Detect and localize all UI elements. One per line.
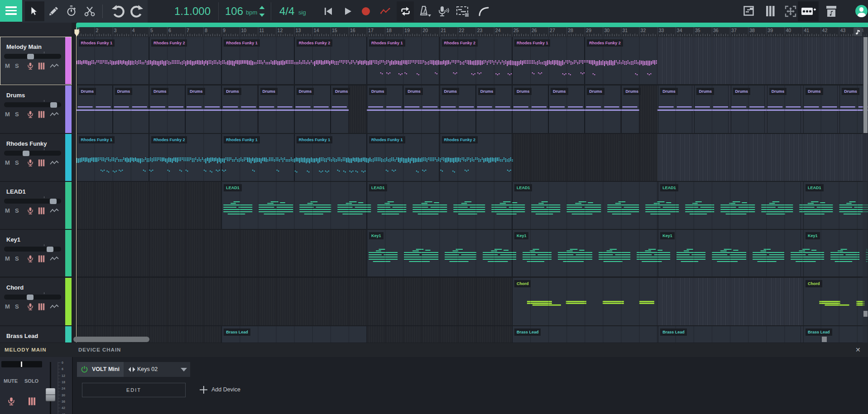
svg-text:19: 19 (404, 28, 410, 33)
svg-text:13: 13 (296, 28, 301, 33)
svg-text:39: 39 (767, 28, 773, 33)
svg-text:20: 20 (422, 28, 428, 33)
svg-text:43: 43 (840, 28, 846, 33)
svg-text:14: 14 (314, 28, 319, 33)
svg-text:35: 35 (695, 28, 700, 33)
svg-text:31: 31 (623, 28, 628, 33)
svg-text:3: 3 (114, 28, 117, 33)
svg-text:32: 32 (641, 28, 646, 33)
svg-text:22: 22 (459, 28, 465, 33)
svg-text:25: 25 (513, 28, 519, 33)
svg-text:30: 30 (604, 28, 609, 33)
svg-text:18: 18 (62, 381, 65, 384)
svg-text:12: 12 (62, 374, 65, 377)
svg-text:6: 6 (168, 28, 171, 33)
svg-text:17: 17 (368, 28, 374, 33)
svg-text:23: 23 (477, 28, 483, 33)
svg-text:26: 26 (532, 28, 537, 33)
svg-text:24: 24 (62, 387, 65, 390)
svg-text:4: 4 (132, 28, 135, 33)
svg-text:42: 42 (822, 28, 828, 33)
svg-text:40: 40 (786, 28, 791, 33)
svg-text:15: 15 (332, 28, 337, 33)
svg-text:29: 29 (586, 28, 591, 33)
svg-text:24: 24 (495, 28, 501, 33)
svg-text:7: 7 (187, 28, 189, 33)
svg-text:8: 8 (205, 28, 207, 33)
svg-text:38: 38 (749, 28, 755, 33)
svg-text:30: 30 (62, 394, 65, 397)
svg-text:0: 0 (62, 361, 63, 364)
svg-text:42: 42 (62, 406, 65, 409)
svg-text:18: 18 (386, 28, 392, 33)
svg-text:9: 9 (223, 28, 225, 33)
svg-text:5: 5 (150, 28, 153, 33)
svg-text:28: 28 (568, 28, 573, 33)
svg-text:36: 36 (62, 400, 65, 403)
svg-text:16: 16 (350, 28, 355, 33)
svg-text:11: 11 (259, 28, 264, 33)
svg-text:6: 6 (62, 367, 63, 371)
svg-text:41: 41 (804, 28, 810, 33)
svg-text:34: 34 (677, 28, 682, 33)
svg-text:33: 33 (659, 28, 664, 33)
svg-text:10: 10 (241, 28, 246, 33)
svg-text:36: 36 (713, 28, 719, 33)
svg-text:27: 27 (550, 28, 555, 33)
svg-text:2: 2 (96, 28, 99, 33)
svg-text:37: 37 (731, 28, 737, 33)
svg-text:21: 21 (441, 28, 446, 33)
svg-text:12: 12 (278, 28, 283, 33)
